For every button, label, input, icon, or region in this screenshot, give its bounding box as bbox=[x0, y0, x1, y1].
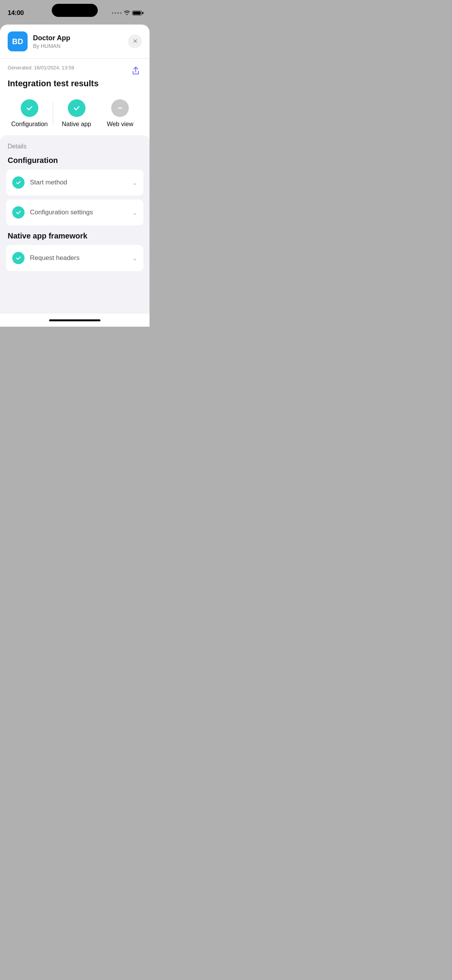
generated-text: Generated: 16/01/2024, 13:59 bbox=[8, 65, 74, 71]
main-sheet: BD Doctor App By HUMAN ✕ Generated: 16/0… bbox=[0, 25, 150, 327]
accordion-label-start-method: Start method bbox=[30, 179, 127, 186]
close-button[interactable]: ✕ bbox=[128, 35, 142, 48]
test-summary: Configuration Native app Web view bbox=[0, 93, 150, 135]
check-icon-config-settings bbox=[12, 206, 25, 219]
accordion-label-config-settings: Configuration settings bbox=[30, 209, 127, 216]
test-label-native-app: Native app bbox=[62, 121, 91, 128]
section-title-configuration: Configuration bbox=[6, 156, 143, 165]
app-info: Doctor App By HUMAN bbox=[33, 34, 128, 49]
share-icon bbox=[131, 66, 140, 76]
battery-icon bbox=[132, 11, 142, 15]
check-icon-start-method bbox=[12, 176, 25, 189]
accordion-label-request-headers: Request headers bbox=[30, 254, 127, 262]
status-icons bbox=[112, 10, 142, 16]
check-circle-configuration bbox=[21, 99, 38, 117]
wifi-icon bbox=[124, 10, 130, 16]
report-header: Generated: 16/01/2024, 13:59 Integration… bbox=[0, 59, 150, 93]
dynamic-island bbox=[52, 4, 98, 17]
details-label: Details bbox=[6, 143, 143, 150]
app-logo: BD bbox=[8, 31, 28, 51]
status-bar: 14:00 bbox=[0, 0, 150, 21]
app-header: BD Doctor App By HUMAN ✕ bbox=[0, 25, 150, 59]
test-item-native-app: Native app bbox=[55, 99, 99, 128]
test-label-web-view: Web view bbox=[107, 121, 133, 128]
test-item-web-view: Web view bbox=[98, 99, 142, 128]
divider bbox=[53, 102, 53, 125]
chevron-down-icon-start-method: ⌄ bbox=[132, 179, 137, 186]
app-by: By HUMAN bbox=[33, 43, 128, 49]
minus-circle-web-view bbox=[111, 99, 129, 117]
section-title-native-app-framework: Native app framework bbox=[6, 232, 143, 240]
accordion-request-headers[interactable]: Request headers ⌄ bbox=[6, 245, 143, 271]
app-name: Doctor App bbox=[33, 34, 128, 42]
chevron-down-icon-request-headers: ⌄ bbox=[132, 255, 137, 262]
generated-row: Generated: 16/01/2024, 13:59 bbox=[8, 65, 142, 77]
home-indicator bbox=[0, 314, 150, 327]
chevron-down-icon-config-settings: ⌄ bbox=[132, 209, 137, 216]
accordion-configuration-settings[interactable]: Configuration settings ⌄ bbox=[6, 199, 143, 225]
test-label-configuration: Configuration bbox=[11, 121, 48, 128]
check-circle-native-app bbox=[68, 99, 85, 117]
test-item-configuration: Configuration bbox=[8, 99, 51, 128]
details-section: Details Configuration Start method ⌄ Con… bbox=[0, 135, 150, 314]
accordion-start-method[interactable]: Start method ⌄ bbox=[6, 169, 143, 196]
share-button[interactable] bbox=[130, 65, 142, 77]
status-time: 14:00 bbox=[8, 9, 24, 17]
report-title: Integration test results bbox=[8, 79, 142, 89]
close-icon: ✕ bbox=[133, 38, 138, 44]
home-bar bbox=[49, 319, 100, 321]
check-icon-request-headers bbox=[12, 252, 25, 264]
signal-icon bbox=[112, 12, 122, 14]
